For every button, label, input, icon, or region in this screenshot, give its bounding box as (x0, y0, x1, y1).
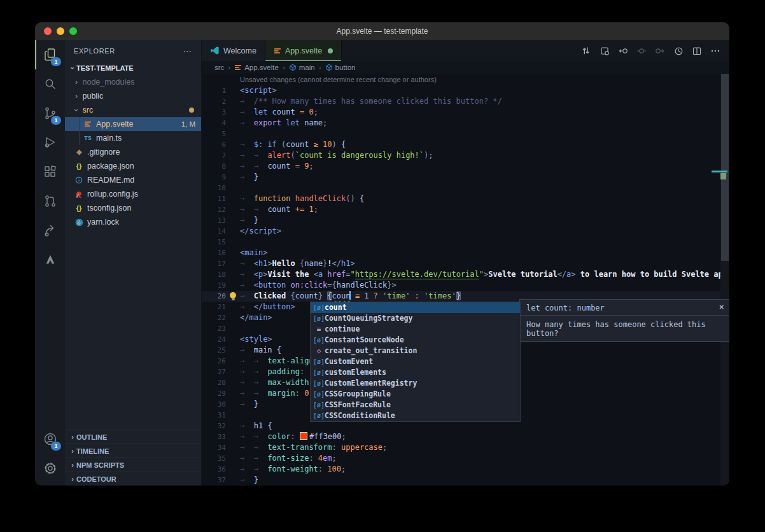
activity-item-account[interactable]: 1 (35, 424, 65, 454)
suggest-item-CSSGroupingRule[interactable]: [ø]CSSGroupingRule (311, 389, 520, 400)
file-tree-item-main-ts[interactable]: TSmain.ts (65, 131, 201, 145)
activity-item-explorer[interactable]: 1 (35, 40, 65, 69)
suggest-item-CustomEvent[interactable]: [ø]CustomEvent (311, 356, 520, 367)
open-changes-icon[interactable] (598, 45, 611, 57)
file-tree-item-package-json[interactable]: {}package.json (65, 159, 201, 173)
activity-item-run-debug[interactable] (35, 128, 65, 157)
activity-item-settings-gear[interactable] (35, 454, 65, 483)
code-editor[interactable]: Unsaved changes (cannot determine recent… (202, 74, 729, 486)
suggest-item-count[interactable]: [ø]count (311, 302, 520, 313)
more-actions-icon[interactable]: ⋯ (183, 46, 192, 56)
activity-item-github-pr[interactable] (35, 186, 65, 216)
code-line-34[interactable]: 34→ → text-transform: uppercase; (202, 442, 729, 453)
minimize-window-button[interactable] (57, 27, 64, 35)
line-number: 16 (202, 248, 226, 258)
code-line-18[interactable]: 18→ <p>Visit the <a href="https://svelte… (202, 269, 729, 280)
color-swatch[interactable] (300, 432, 307, 440)
code-line-1[interactable]: 1<script> (202, 85, 729, 96)
sidebar-section-timeline[interactable]: ›TIMELINE (65, 444, 201, 458)
close-window-button[interactable] (44, 27, 52, 35)
activity-item-source-control[interactable]: 1 (35, 99, 65, 128)
file-tree-item--gitignore[interactable]: .gitignore (65, 145, 201, 159)
file-tree-item-public[interactable]: › public (65, 89, 201, 103)
close-icon[interactable]: × (719, 302, 724, 312)
github-pr-icon (43, 193, 58, 209)
file-tree-item-rollup-config-js[interactable]: rollup.config.js (65, 187, 201, 201)
line-number: 12 (202, 204, 226, 215)
code-line-19[interactable]: 19→ <button on:click={handleClick}> (202, 280, 729, 291)
code-line-7[interactable]: 7→ → alert(`count is dangerously high!`)… (202, 150, 729, 161)
line-number: 3 (202, 107, 226, 118)
file-tree-item-yarn-lock[interactable]: yarn.lock (65, 215, 201, 229)
code-line-16[interactable]: 16<main> (202, 248, 729, 258)
code-line-3[interactable]: 3→ let count = 0; (202, 107, 729, 118)
scrollbar-thumb[interactable] (721, 74, 729, 261)
sidebar-section-npm-scripts[interactable]: ›NPM SCRIPTS (65, 458, 201, 472)
tab-welcome[interactable]: Welcome (202, 40, 265, 61)
zoom-window-button[interactable] (69, 27, 77, 35)
sidebar-section-outline[interactable]: ›OUTLINE (65, 430, 201, 444)
more-actions-icon[interactable] (709, 45, 722, 57)
code-line-32[interactable]: 32→ h1 { (202, 421, 729, 431)
activity-item-live-share[interactable] (35, 216, 65, 245)
code-line-2[interactable]: 2→ /** How many times has someone clicke… (202, 96, 729, 107)
suggest-item-create_out_transition[interactable]: ◇create_out_transition (311, 346, 520, 356)
code-line-36[interactable]: 36→ → font-weight: 100; (202, 464, 729, 475)
code-line-4[interactable]: 4→ export let name; (202, 118, 729, 129)
compare-changes-icon[interactable] (580, 45, 593, 57)
suggest-description: How many times has someone clicked this … (520, 315, 729, 342)
svelte-icon (274, 47, 281, 55)
file-tree-item-app-svelte[interactable]: App.svelte1, M (65, 117, 201, 131)
live-share-icon (43, 223, 58, 238)
file-label: .gitignore (87, 148, 120, 157)
sidebar-section-codetour[interactable]: ›CODETOUR (65, 472, 201, 486)
code-line-33[interactable]: 33→ → color: #ff3e00; (202, 431, 729, 442)
code-line-13[interactable]: 13→ } (202, 215, 729, 226)
chevron-right-icon: › (69, 433, 76, 442)
chevron-right-icon: › (73, 92, 80, 101)
file-tree-item-tsconfig-json[interactable]: {}tsconfig.json (65, 201, 201, 215)
workspace-root-folder[interactable]: › TEST-TEMPLATE (65, 61, 201, 75)
code-line-35[interactable]: 35→ → font-size: 4em; (202, 453, 729, 464)
suggest-item-CSSFontFaceRule[interactable]: [ø]CSSFontFaceRule (311, 400, 520, 410)
code-line-11[interactable]: 11→ function handleClick() { (202, 193, 729, 204)
file-history-icon[interactable] (672, 45, 685, 57)
previous-change-icon[interactable] (617, 45, 629, 57)
suggest-item-continue[interactable]: ≡continue (311, 324, 520, 335)
code-line-15[interactable]: 15 (202, 237, 729, 248)
suggest-item-CustomElementRegistry[interactable]: [ø]CustomElementRegistry (311, 378, 520, 389)
code-line-6[interactable]: 6→ $: if (count ≥ 10) { (202, 139, 729, 150)
editor-scrollbar[interactable] (720, 74, 729, 486)
breadcrumb-item-main[interactable]: main (289, 64, 315, 71)
activity-item-extensions[interactable] (35, 157, 65, 186)
suggest-item-ConstantSourceNode[interactable]: [ø]ConstantSourceNode (311, 335, 520, 346)
chevron-right-icon: › (73, 78, 80, 87)
breadcrumb-item-src[interactable]: src (214, 64, 224, 71)
code-line-14[interactable]: 14</script> (202, 226, 729, 237)
split-editor-icon[interactable] (691, 45, 703, 57)
tab-app-svelte[interactable]: App.svelte (265, 40, 342, 61)
file-tree-item-node-modules[interactable]: › node_modules (65, 75, 201, 89)
window-title: App.svelte — test-template (336, 27, 428, 36)
suggest-item-CountQueuingStrategy[interactable]: [ø]CountQueuingStrategy (311, 313, 520, 324)
code-line-12[interactable]: 12→ → count += 1; (202, 204, 729, 215)
code-line-9[interactable]: 9→ } (202, 172, 729, 183)
breadcrumb-item-button[interactable]: button (325, 64, 356, 71)
file-tree-item-readme-md[interactable]: README.md (65, 173, 201, 187)
file-tree-item-src[interactable]: › src (65, 103, 201, 117)
code-line-17[interactable]: 17→ <h1>Hello {name}!</h1> (202, 258, 729, 269)
suggest-item-CSSConditionRule[interactable]: [ø]CSSConditionRule (311, 410, 520, 421)
current-change-icon[interactable] (635, 45, 648, 57)
code-line-37[interactable]: 37→ } (202, 475, 729, 486)
suggest-item-customElements[interactable]: [ø]customElements (311, 367, 520, 378)
code-line-10[interactable]: 10 (202, 183, 729, 193)
code-line-5[interactable]: 5 (202, 129, 729, 139)
activity-item-azure[interactable] (35, 245, 65, 274)
code-line-8[interactable]: 8→ → count = 9; (202, 161, 729, 172)
next-change-icon[interactable] (654, 45, 666, 57)
line-number: 11 (202, 193, 226, 204)
badge: 1 (51, 442, 61, 451)
activity-item-search[interactable] (35, 69, 65, 99)
breadcrumb-item-app-svelte[interactable]: App.svelte (234, 64, 279, 71)
lightbulb-icon[interactable] (228, 291, 237, 302)
